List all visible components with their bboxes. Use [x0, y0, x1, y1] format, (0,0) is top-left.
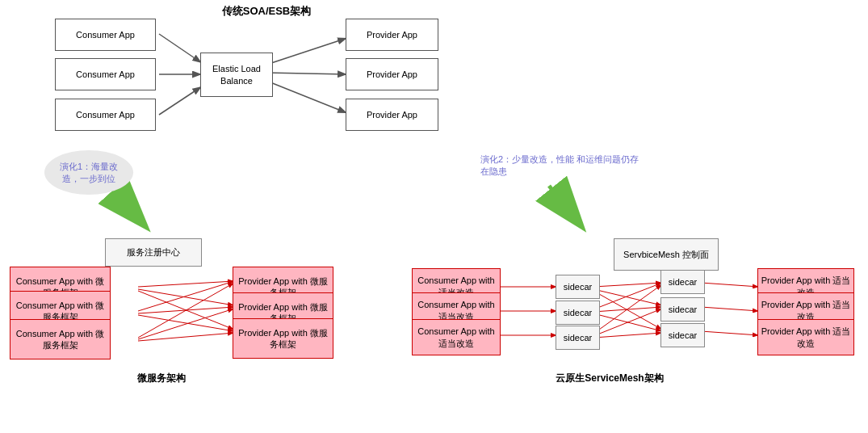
evolution-1-ellipse: 演化1：海量改 造，一步到位	[44, 150, 133, 195]
svg-line-29	[593, 284, 662, 334]
svg-line-17	[138, 283, 234, 338]
svg-line-28	[593, 313, 662, 331]
load-balancer: Elastic Load Balance	[200, 53, 273, 97]
svg-line-5	[159, 86, 202, 115]
svg-line-3	[159, 34, 202, 63]
sidecar-l-2: sidecar	[556, 301, 600, 325]
svg-line-9	[109, 186, 145, 226]
sidecar-l-3: sidecar	[556, 326, 600, 350]
sidecar-r-3: sidecar	[660, 323, 705, 347]
service-registry: 服务注册中心	[105, 238, 202, 267]
br-consumer-app-3: Consumer App with 适当改造	[412, 319, 501, 355]
svg-line-25	[593, 291, 662, 330]
provider-app-2: Provider App	[346, 58, 438, 90]
svg-line-26	[593, 283, 662, 309]
main-title: 传统SOA/ESB架构	[186, 4, 347, 19]
servicemesh-label: 云原生ServiceMesh架构	[517, 372, 702, 385]
svg-line-13	[138, 291, 234, 330]
svg-line-8	[266, 81, 347, 113]
svg-line-14	[138, 281, 234, 311]
sidecar-l-1: sidecar	[556, 275, 600, 299]
svg-line-12	[138, 289, 234, 305]
provider-app-1: Provider App	[346, 19, 438, 51]
microservice-label: 微服务架构	[81, 372, 242, 385]
br-provider-app-3: Provider App with 适当改造	[757, 319, 854, 355]
diagram-container: 传统SOA/ESB架构 Consumer App Consumer App Co…	[0, 0, 868, 433]
svg-line-19	[138, 333, 234, 341]
svg-line-34	[701, 331, 759, 335]
svg-line-31	[593, 333, 662, 338]
bl-provider-app-3: Provider App with 微服务框架	[233, 318, 333, 359]
provider-app-3: Provider App	[346, 99, 438, 131]
evolution-1-text: 演化1：海量改 造，一步到位	[60, 161, 118, 184]
svg-line-15	[138, 307, 234, 313]
svg-line-10	[549, 186, 581, 226]
svg-line-7	[266, 73, 347, 74]
service-mesh-control: ServbiceMesh 控制面	[614, 238, 719, 271]
svg-line-18	[138, 309, 234, 339]
svg-line-11	[138, 281, 234, 287]
svg-line-6	[266, 38, 347, 65]
svg-line-33	[701, 307, 759, 311]
consumer-app-2: Consumer App	[55, 58, 156, 90]
svg-line-23	[593, 283, 662, 287]
evolution-2-text: 演化2：少量改造，性能 和运维问题仍存在隐患	[480, 153, 642, 179]
svg-line-30	[593, 309, 662, 336]
bl-consumer-app-3: Consumer App with 微服务框架	[10, 319, 111, 359]
svg-line-32	[701, 283, 759, 287]
sidecar-r-2: sidecar	[660, 297, 705, 322]
svg-line-24	[593, 289, 662, 305]
consumer-app-3: Consumer App	[55, 99, 156, 131]
sidecar-r-1: sidecar	[660, 270, 705, 294]
consumer-app-1: Consumer App	[55, 19, 156, 51]
svg-line-16	[138, 315, 234, 331]
svg-line-27	[593, 307, 662, 312]
